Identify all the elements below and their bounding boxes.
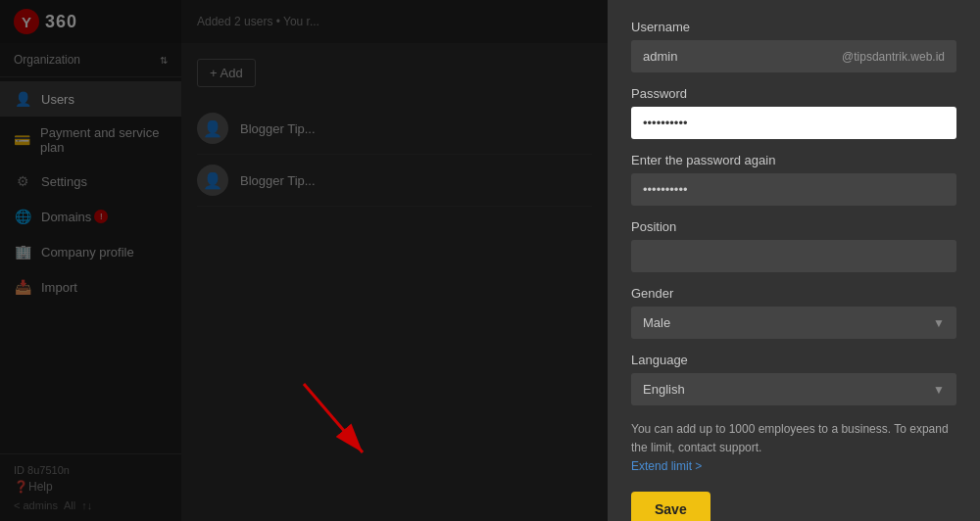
language-select-wrapper: English Russian Other ▼	[631, 373, 956, 405]
confirm-password-label: Enter the password again	[631, 153, 956, 167]
language-label: Language	[631, 353, 956, 367]
gender-group: Gender Male Female Other ▼	[631, 286, 956, 339]
confirm-password-input[interactable]	[631, 173, 956, 206]
extend-limit-link[interactable]: Extend limit >	[631, 459, 702, 473]
username-row: admin @tipsdantrik.web.id	[631, 40, 956, 72]
position-input[interactable]	[631, 240, 956, 272]
modal-overlay: Username admin @tipsdantrik.web.id Passw…	[0, 0, 980, 521]
gender-select-wrapper: Male Female Other ▼	[631, 307, 956, 339]
gender-select[interactable]: Male Female Other	[631, 307, 956, 339]
save-button[interactable]: Save	[631, 492, 710, 521]
info-text-content: You can add up to 1000 employees to a bu…	[631, 422, 949, 454]
username-label: Username	[631, 20, 956, 34]
gender-label: Gender	[631, 286, 956, 301]
position-label: Position	[631, 219, 956, 234]
language-group: Language English Russian Other ▼	[631, 353, 956, 405]
confirm-password-group: Enter the password again	[631, 153, 956, 206]
position-group: Position	[631, 219, 956, 272]
username-group: Username admin @tipsdantrik.web.id	[631, 20, 956, 72]
password-label: Password	[631, 86, 956, 101]
modal-panel: Username admin @tipsdantrik.web.id Passw…	[608, 0, 980, 521]
username-value: admin	[643, 40, 842, 72]
password-input[interactable]	[631, 107, 956, 139]
info-text: You can add up to 1000 employees to a bu…	[631, 419, 956, 474]
language-select[interactable]: English Russian Other	[631, 373, 956, 405]
password-group: Password	[631, 86, 956, 139]
username-domain: @tipsdantrik.web.id	[842, 50, 945, 64]
